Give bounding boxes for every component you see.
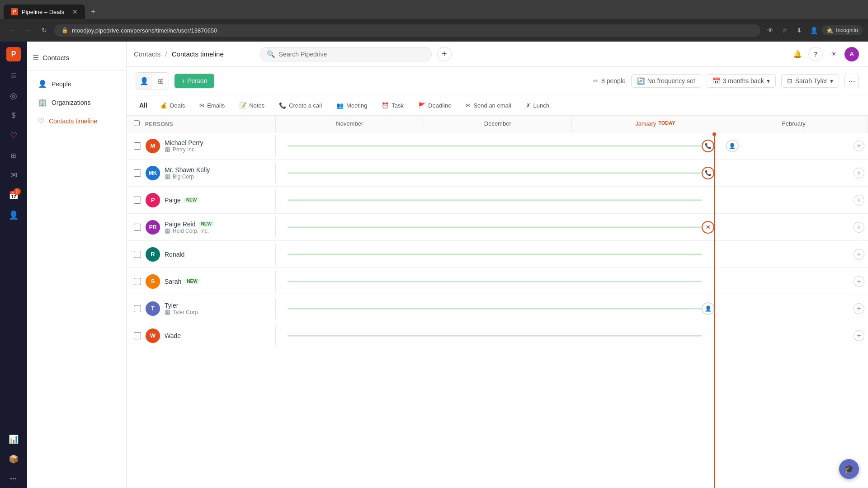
filter-notes[interactable]: 📝 Notes bbox=[234, 99, 270, 112]
activity-person-tyler[interactable]: 👤 bbox=[702, 302, 714, 315]
filter-send-email[interactable]: ✉ Send an email bbox=[460, 99, 516, 112]
sidebar-item-stats[interactable]: 📊 bbox=[5, 430, 23, 448]
add-activity-wade[interactable]: + bbox=[854, 330, 864, 341]
filter-deadline[interactable]: 🚩 Deadline bbox=[413, 99, 457, 112]
sidebar-item-box[interactable]: 📦 bbox=[5, 450, 23, 468]
sidebar-item-more[interactable]: ••• bbox=[5, 470, 23, 488]
filter-emails[interactable]: ✉ Emails bbox=[194, 99, 230, 112]
forward-button[interactable]: → bbox=[22, 24, 34, 37]
sidebar-item-contacts[interactable]: ♡ bbox=[5, 127, 23, 145]
person-info-tyler: Tyler 🏢 Tyler Corp. bbox=[165, 302, 199, 315]
add-person-label: + Person bbox=[182, 77, 207, 84]
add-activity-ronald[interactable]: + bbox=[854, 249, 864, 260]
search-icon: 🔍 bbox=[267, 50, 275, 58]
add-person-button[interactable]: + Person bbox=[175, 74, 214, 88]
person-cell-paige: P Paige NEW bbox=[127, 189, 276, 211]
person-name-michael-perry[interactable]: Michael Perry bbox=[165, 139, 203, 146]
person-name-sarah[interactable]: Sarah NEW bbox=[165, 278, 200, 285]
more-options-button[interactable]: ⋯ bbox=[844, 74, 859, 88]
activity-close-paige-reid[interactable]: ✕ bbox=[702, 221, 714, 234]
activity-meeting-michael-perry[interactable]: 👤 bbox=[726, 140, 739, 152]
sidebar-item-people[interactable]: 👤 People bbox=[31, 75, 123, 93]
person-name-tyler[interactable]: Tyler bbox=[165, 302, 199, 309]
sidebar-item-calendar[interactable]: 📅 2 bbox=[5, 186, 23, 204]
table-row: P Paige NEW + bbox=[127, 187, 868, 214]
sidebar-item-contacts2[interactable]: 👤 bbox=[5, 206, 23, 224]
filter-deals[interactable]: 💰 Deals bbox=[155, 99, 190, 112]
new-tab-button[interactable]: + bbox=[87, 5, 99, 18]
person-name-paige[interactable]: Paige NEW bbox=[165, 197, 199, 204]
add-activity-shawn-kelly[interactable]: + bbox=[854, 168, 864, 178]
row-checkbox-shawn-kelly[interactable] bbox=[134, 169, 141, 177]
filter-create-call[interactable]: 📞 Create a call bbox=[274, 99, 327, 112]
app-container: P ☰ ◎ $ ♡ ⊞ ✉ 📅 2 👤 📊 📦 ••• ☰ Contacts 👤… bbox=[0, 42, 868, 488]
profile-icon[interactable]: 👤 bbox=[807, 24, 820, 37]
help-button[interactable]: ? bbox=[808, 47, 823, 61]
avatar-sarah: S bbox=[146, 274, 160, 289]
back-button[interactable]: ← bbox=[5, 24, 18, 37]
person-name-shawn-kelly[interactable]: Mr. Shawn Kelly bbox=[165, 166, 210, 174]
row-checkbox-michael-perry[interactable] bbox=[134, 142, 141, 150]
learn-button[interactable]: 🎓 bbox=[839, 459, 859, 479]
activity-call-michael-perry[interactable]: 📞 bbox=[702, 140, 714, 152]
send-email-filter-icon: ✉ bbox=[466, 102, 471, 109]
tab-close-button[interactable]: ✕ bbox=[72, 8, 78, 15]
download-icon[interactable]: ⬇ bbox=[793, 24, 806, 37]
row-checkbox-wade[interactable] bbox=[134, 332, 141, 339]
filter-all[interactable]: All bbox=[136, 99, 151, 112]
people-label: People bbox=[52, 80, 71, 88]
lunch-filter-icon: ✗ bbox=[526, 102, 531, 109]
list-view-button[interactable]: 👤 bbox=[136, 73, 152, 89]
add-activity-paige-reid[interactable]: + bbox=[854, 222, 864, 233]
notes-filter-label: Notes bbox=[249, 102, 264, 109]
person-name-paige-reid[interactable]: Paige Reid NEW bbox=[165, 221, 214, 228]
row-checkbox-sarah[interactable] bbox=[134, 278, 141, 285]
sidebar-item-mail[interactable]: ✉ bbox=[5, 166, 23, 184]
row-checkbox-ronald[interactable] bbox=[134, 251, 141, 258]
reload-button[interactable]: ↻ bbox=[38, 24, 51, 37]
main-content: Contacts / Contacts timeline 🔍 + 🔔 ? ☀ A… bbox=[127, 42, 868, 488]
sidebar-item-reports[interactable]: ⊞ bbox=[5, 146, 23, 164]
user-avatar[interactable]: A bbox=[844, 47, 859, 61]
contacts-link[interactable]: Contacts bbox=[39, 54, 69, 61]
notifications-icon[interactable]: 🔔 bbox=[790, 47, 805, 61]
toolbar: 👤 ⊞ + Person ✏ 8 people 🔄 No frequency s… bbox=[127, 67, 868, 95]
filter-lunch[interactable]: ✗ Lunch bbox=[520, 99, 555, 112]
search-bar[interactable]: 🔍 bbox=[260, 47, 432, 61]
sidebar-item-organizations[interactable]: 🏢 Organizations bbox=[31, 94, 123, 111]
add-activity-paige[interactable]: + bbox=[854, 195, 864, 206]
sidebar-item-menu[interactable]: ☰ bbox=[5, 67, 23, 85]
sidebar-item-activity[interactable]: ◎ bbox=[5, 87, 23, 105]
emails-filter-label: Emails bbox=[207, 102, 225, 109]
grid-view-button[interactable]: ⊞ bbox=[152, 73, 169, 89]
row-checkbox-tyler[interactable] bbox=[134, 305, 141, 312]
search-input[interactable] bbox=[279, 51, 425, 58]
active-tab[interactable]: P Pipeline – Deals ✕ bbox=[4, 5, 85, 19]
breadcrumb-parent[interactable]: Contacts bbox=[134, 50, 160, 58]
activity-call-shawn-kelly[interactable]: 📞 bbox=[702, 167, 714, 179]
row-checkbox-paige-reid[interactable] bbox=[134, 224, 141, 231]
add-activity-sarah[interactable]: + bbox=[854, 276, 864, 287]
menu-toggle-icon[interactable]: ☰ bbox=[27, 53, 39, 62]
table-row: W Wade + bbox=[127, 322, 868, 349]
person-name-ronald[interactable]: Ronald bbox=[165, 251, 184, 258]
pipedrive-logo[interactable]: P bbox=[6, 47, 21, 61]
add-activity-tyler[interactable]: + bbox=[854, 303, 864, 314]
brightness-icon[interactable]: ☀ bbox=[826, 47, 841, 61]
select-all-checkbox[interactable] bbox=[134, 120, 140, 126]
bookmark-star-icon[interactable]: ☆ bbox=[778, 24, 791, 37]
user-filter-button[interactable]: ⊟ Sarah Tyler ▾ bbox=[781, 74, 839, 88]
sidebar-item-deals[interactable]: $ bbox=[5, 107, 23, 125]
add-button[interactable]: + bbox=[437, 47, 452, 61]
add-activity-michael-perry[interactable]: + bbox=[854, 141, 864, 151]
sidebar-item-contacts-timeline[interactable]: ♡ Contacts timeline bbox=[31, 112, 123, 130]
person-name-wade[interactable]: Wade bbox=[165, 332, 181, 339]
address-bar[interactable]: 🔒 moodjoy.pipedrive.com/persons/timeline… bbox=[54, 24, 760, 37]
frequency-button[interactable]: 🔄 No frequency set bbox=[631, 74, 701, 88]
row-checkbox-paige[interactable] bbox=[134, 197, 141, 204]
view-toggle: 👤 ⊞ bbox=[136, 72, 169, 89]
filter-meeting[interactable]: 👥 Meeting bbox=[331, 99, 373, 112]
time-range-button[interactable]: 📅 3 months back ▾ bbox=[707, 74, 776, 88]
tab-favicon: P bbox=[11, 8, 18, 15]
filter-task[interactable]: ⏰ Task bbox=[376, 99, 409, 112]
